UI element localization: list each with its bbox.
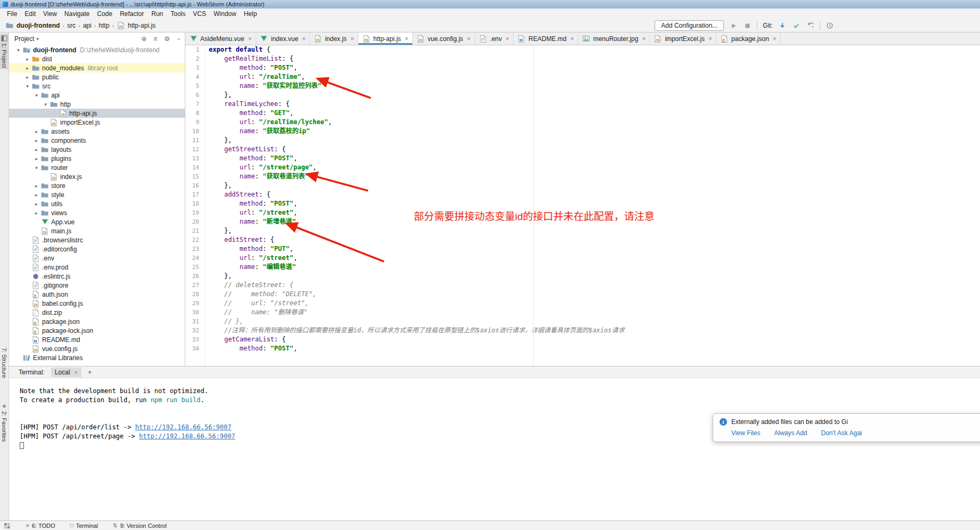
tree-item-package-lock.json[interactable]: {}package-lock.json — [9, 326, 185, 335]
tree-item-.env.prod[interactable]: .env.prod — [9, 263, 185, 272]
tab-index.vue[interactable]: index.vue× — [256, 32, 310, 45]
close-tab-icon[interactable]: × — [467, 35, 471, 43]
notification-action-view-files[interactable]: View Files — [731, 429, 760, 437]
menu-code[interactable]: Code — [93, 9, 116, 19]
tab-index.js[interactable]: JSindex.js× — [310, 32, 358, 45]
menu-vcs[interactable]: VCS — [189, 9, 210, 19]
breadcrumb-src[interactable]: src — [67, 22, 76, 29]
chevron-down-icon[interactable]: ▾ — [32, 165, 40, 170]
code-line-1[interactable]: 1export default { — [185, 45, 980, 54]
chevron-right-icon[interactable]: ▸ — [32, 183, 40, 189]
tree-item-components[interactable]: ▸components — [9, 136, 185, 145]
code-line-22[interactable]: 22 editStreet: { — [185, 235, 980, 244]
tree-item-assets[interactable]: ▸assets — [9, 127, 185, 136]
code-line-2[interactable]: 2 getRealTimeList: { — [185, 54, 980, 63]
chevron-right-icon[interactable]: ▸ — [32, 138, 40, 143]
tree-item-public[interactable]: ▸public — [9, 72, 185, 81]
menu-window[interactable]: Window — [210, 9, 240, 19]
git-commit-icon[interactable] — [792, 21, 801, 30]
tree-item-.gitignore[interactable]: .gitignore — [9, 281, 185, 290]
menu-navigate[interactable]: Navigate — [61, 9, 93, 19]
chevron-down-icon[interactable]: ▾ — [14, 47, 22, 53]
editor[interactable]: 1export default {2 getRealTimeList: {3 m… — [185, 45, 980, 366]
status-item-9-version-control[interactable]: ⇅9: Version Control — [113, 523, 167, 529]
tree-item-src[interactable]: ▾src — [9, 81, 185, 91]
tree-item-App.vue[interactable]: App.vue — [9, 217, 185, 226]
code-line-14[interactable]: 14 url: "/street/page", — [185, 163, 980, 172]
close-tab-icon[interactable]: × — [773, 35, 777, 43]
hide-panel-icon[interactable]: − — [177, 35, 181, 43]
tree-item-.eslintrc.js[interactable]: .eslintrc.js — [9, 272, 185, 281]
terminal-link[interactable]: http://192.168.66.56:9007 — [139, 433, 235, 440]
code-line-12[interactable]: 12 getStreetList: { — [185, 145, 980, 154]
close-tab-icon[interactable]: × — [350, 35, 354, 43]
code-line-3[interactable]: 3 method: "POST", — [185, 63, 980, 72]
status-item-terminal[interactable]: □Terminal — [70, 523, 98, 529]
tab-package.json[interactable]: {}package.json× — [716, 32, 781, 45]
tree-item-vue.config.js[interactable]: JSvue.config.js — [9, 344, 185, 353]
tool-window-button-structure[interactable]: 7: Structure — [0, 346, 9, 380]
stop-icon[interactable] — [743, 21, 752, 30]
tree-item-External Libraries[interactable]: External Libraries — [9, 353, 185, 362]
code-line-7[interactable]: 7 realTimeLychee: { — [185, 100, 980, 109]
code-line-21[interactable]: 21 }, — [185, 226, 980, 235]
git-update-icon[interactable] — [778, 21, 787, 30]
tab-http-api.js[interactable]: JShttp-api.js× — [358, 32, 413, 45]
breadcrumb-http-api.js[interactable]: http-api.js — [128, 22, 156, 29]
tree-item-.editorconfig[interactable]: .editorconfig — [9, 244, 185, 254]
menu-file[interactable]: File — [3, 9, 21, 19]
tree-item-store[interactable]: ▸store — [9, 181, 185, 190]
tree-item-views[interactable]: ▸views — [9, 208, 185, 217]
close-tab-icon[interactable]: × — [405, 35, 409, 43]
chevron-right-icon[interactable]: ▸ — [32, 210, 40, 216]
code-line-29[interactable]: 29 // url: "/street", — [185, 299, 980, 308]
notification-action-always-add[interactable]: Always Add — [774, 429, 807, 437]
tree-item-node_modules[interactable]: ▸node_moduleslibrary root — [9, 63, 185, 72]
terminal-output[interactable]: Note that the development build is not o… — [9, 378, 980, 520]
tree-item-plugins[interactable]: ▸plugins — [9, 154, 185, 163]
tree-item-index.js[interactable]: JSindex.js — [9, 172, 185, 181]
tab-menuRouter.jpg[interactable]: menuRouter.jpg× — [578, 32, 650, 45]
tool-window-switcher-icon[interactable] — [3, 523, 11, 529]
tree-item-dist.zip[interactable]: dist.zip — [9, 308, 185, 317]
gear-icon[interactable]: ⚙ — [164, 35, 170, 43]
tree-item-main.js[interactable]: JSmain.js — [9, 226, 185, 235]
code-line-6[interactable]: 6 }, — [185, 91, 980, 100]
breadcrumb-api[interactable]: api — [83, 22, 92, 29]
tree-item-dist[interactable]: ▸dist — [9, 54, 185, 63]
close-tab-icon[interactable]: × — [570, 35, 574, 43]
close-tab-icon[interactable]: × — [708, 35, 712, 43]
chevron-down-icon[interactable]: ▾ — [23, 84, 31, 89]
close-tab-icon[interactable]: × — [248, 35, 252, 43]
menu-tools[interactable]: Tools — [167, 9, 189, 19]
tree-item-package.json[interactable]: {}package.json — [9, 317, 185, 326]
close-tab-icon[interactable]: × — [642, 35, 646, 43]
code-line-5[interactable]: 5 name: "获取实时监控列表" — [185, 81, 980, 91]
code-line-28[interactable]: 28 // method: "DELETE", — [185, 290, 980, 299]
chevron-right-icon[interactable]: ▸ — [32, 192, 40, 198]
locate-icon[interactable]: ⊕ — [141, 35, 146, 43]
breadcrumb-http[interactable]: http — [99, 22, 109, 29]
chevron-right-icon[interactable]: ▸ — [32, 156, 40, 161]
tab-importExcel.js[interactable]: JSimportExcel.js× — [650, 32, 716, 45]
tool-window-button-project[interactable]: 1: Project — [0, 34, 9, 69]
tab-AsideMenu.vue[interactable]: AsideMenu.vue× — [185, 32, 256, 45]
code-line-10[interactable]: 10 name: "获取荔枝的ip" — [185, 127, 980, 136]
code-line-15[interactable]: 15 name: "获取巷道列表" — [185, 172, 980, 181]
tree-item-layouts[interactable]: ▸layouts — [9, 145, 185, 154]
chevron-right-icon[interactable]: ▸ — [32, 129, 40, 134]
expand-collapse-icon[interactable]: ≡ — [153, 35, 157, 43]
status-item-6-todo[interactable]: ≡6: TODO — [26, 523, 55, 529]
tree-item-http[interactable]: ▾http — [9, 100, 185, 109]
close-tab-icon[interactable]: × — [505, 35, 509, 43]
chevron-right-icon[interactable]: ▸ — [32, 147, 40, 152]
close-tab-icon[interactable]: × — [302, 35, 306, 43]
chevron-right-icon[interactable]: ▸ — [32, 201, 40, 207]
tool-window-button-favorites[interactable]: ★ 2: Favorites — [0, 401, 9, 443]
tab-README.md[interactable]: MREADME.md× — [513, 32, 578, 45]
tree-item-utils[interactable]: ▸utils — [9, 199, 185, 208]
tab-.env[interactable]: .env× — [475, 32, 514, 45]
close-icon[interactable]: × — [74, 369, 77, 376]
run-icon[interactable] — [729, 21, 738, 30]
code-line-27[interactable]: 27 // deleteStreet: { — [185, 281, 980, 290]
